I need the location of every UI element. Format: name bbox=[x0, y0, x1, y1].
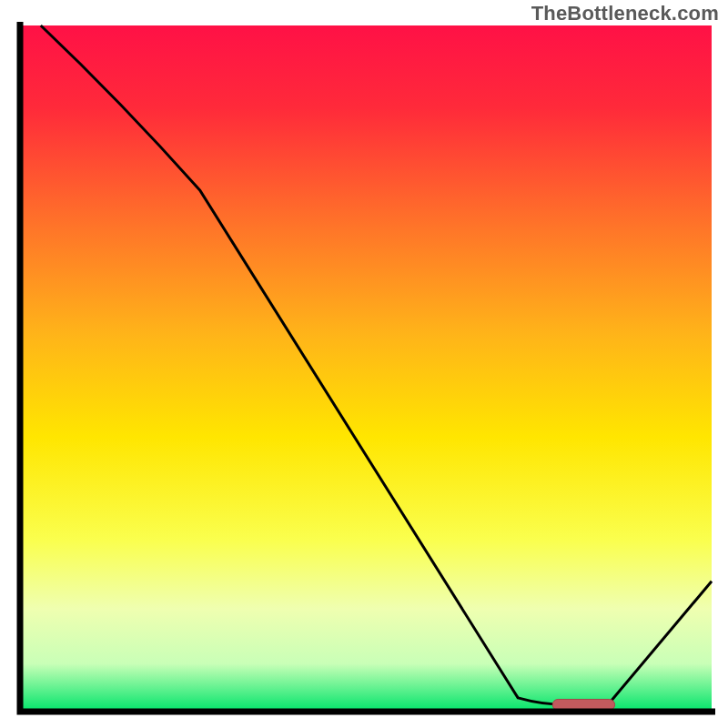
watermark-text: TheBottleneck.com bbox=[531, 2, 719, 25]
plot-area bbox=[20, 22, 715, 712]
chart-root: TheBottleneck.com bbox=[0, 0, 728, 728]
chart-svg bbox=[0, 0, 728, 728]
plot-background bbox=[20, 25, 712, 712]
